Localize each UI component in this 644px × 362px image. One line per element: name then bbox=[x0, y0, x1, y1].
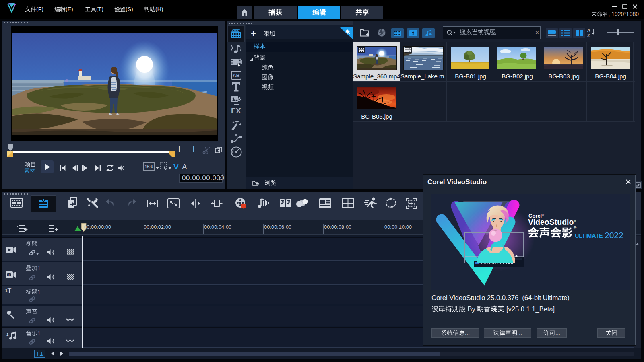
svg-text:T: T bbox=[321, 200, 324, 204]
svg-text:VideoStudio®: VideoStudio® bbox=[528, 218, 576, 226]
svg-text:A: A bbox=[587, 28, 590, 33]
svg-text:Z: Z bbox=[587, 33, 590, 38]
svg-text:1: 1 bbox=[8, 273, 10, 277]
svg-text:2022: 2022 bbox=[605, 230, 623, 240]
svg-text:AB: AB bbox=[233, 73, 240, 78]
svg-text:1: 1 bbox=[6, 332, 9, 337]
svg-text:ULTIMATE: ULTIMATE bbox=[575, 232, 603, 239]
